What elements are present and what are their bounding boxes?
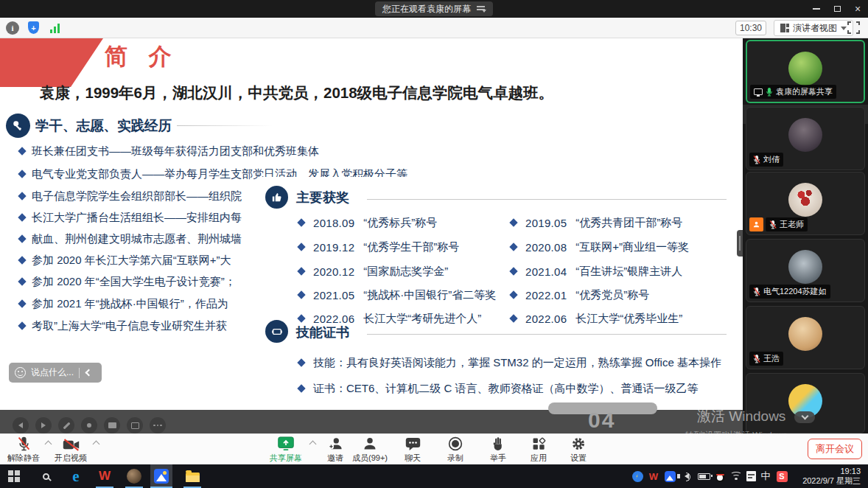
award-item: 2022.06长江大学“优秀毕业生” — [511, 311, 682, 326]
award-item: 2021.04“百生讲坛”银牌主讲人 — [511, 264, 682, 279]
watching-screen-pill[interactable]: 您正在观看袁康的屏幕 — [375, 1, 493, 16]
award-item: 2020.12“国家励志奖学金” — [298, 264, 448, 279]
meeting-timer: 10:30 — [735, 21, 766, 35]
participant-tile[interactable]: 刘倩 — [746, 107, 865, 170]
chat-button[interactable]: 聊天 — [391, 436, 435, 464]
settings-button[interactable]: 设置 — [556, 436, 601, 464]
chat-placeholder[interactable]: 说点什么... — [31, 366, 74, 379]
list-item: 献血、荆州创建文明城市志愿者、荆州城墙 — [19, 231, 242, 246]
mic-muted-icon — [1, 436, 46, 451]
record-icon — [433, 436, 477, 451]
list-item: 参加 2020 年“全国大学生电子设计竞赛”； — [19, 274, 236, 289]
apps-button[interactable]: 应用 — [517, 436, 561, 464]
scroll-more-button[interactable] — [794, 411, 815, 423]
avatar — [788, 183, 822, 217]
meeting-toolbar: 解除静音 开启视频 共享屏幕 邀请 成员(99+) 聊天 — [0, 433, 868, 464]
tray-notes-icon[interactable] — [743, 464, 759, 488]
avatar — [788, 317, 822, 351]
tray-meeting-icon[interactable] — [662, 464, 678, 488]
unmute-button[interactable]: 解除静音 — [1, 436, 46, 464]
thumbs-up-icon — [265, 186, 288, 209]
mic-muted-icon — [753, 155, 760, 164]
awards-panel: 主要获奖 2018.09“优秀标兵”称号 2019.12“优秀学生干部”称号 2… — [258, 177, 743, 410]
minimize-button[interactable] — [806, 0, 827, 18]
awards-heading: 主要获奖 — [296, 189, 349, 206]
award-item: 2019.12“优秀学生干部”称号 — [298, 240, 459, 254]
view-mode-label: 演讲者视图 — [793, 22, 837, 35]
tray-battery-icon[interactable] — [696, 464, 712, 488]
award-item: 2019.05“优秀共青团干部”称号 — [511, 215, 682, 230]
divider — [177, 125, 273, 126]
close-button[interactable]: × — [847, 0, 868, 18]
list-item: 长江大学广播台生活组组长——安排组内每 — [19, 210, 242, 225]
tray-wps-icon[interactable]: W — [645, 464, 662, 488]
ime-indicator[interactable]: 中 — [757, 464, 774, 488]
pen-tool-button[interactable] — [58, 417, 74, 433]
tray-flash-icon[interactable] — [629, 464, 645, 488]
prev-slide-button[interactable] — [13, 417, 29, 433]
members-button[interactable]: 成员(99+) — [348, 436, 392, 464]
slide-title: 简 介 — [105, 41, 179, 72]
share-screen-button[interactable]: 共享屏幕 — [264, 436, 308, 464]
view-mode-button[interactable]: 演讲者视图 — [774, 20, 853, 36]
participant-tile[interactable]: 电气12204苏建如 — [746, 239, 865, 302]
meeting-info-icon[interactable]: i — [6, 21, 19, 35]
clock-date: 2022/9/7 星期三 — [802, 476, 861, 486]
sogou-input-icon[interactable]: S — [774, 464, 790, 488]
list-item: 电子信息学院学生会组织部部长——组织院 — [19, 189, 242, 203]
quick-chat-pill[interactable]: 说点什么... — [9, 363, 102, 383]
taskbar-search-icon[interactable] — [35, 464, 57, 488]
participant-tile[interactable]: 王浩 — [746, 306, 865, 369]
avatar — [788, 118, 822, 152]
skills-heading: 技能证书 — [296, 324, 349, 341]
edge-browser-icon[interactable]: e — [65, 464, 87, 488]
list-item: 参加 2020 年长江大学第六届“互联网+”大 — [19, 253, 231, 268]
maximize-button[interactable] — [827, 0, 847, 18]
list-item: 考取”上海大学“电子信息专业研究生并获 — [19, 318, 227, 333]
meeting-app-icon[interactable] — [150, 464, 172, 488]
participant-tile-sharing[interactable]: 袁康的屏幕共享 — [746, 40, 865, 103]
taskbar-clock[interactable]: 19:13 2022/9/7 星期三 — [802, 467, 861, 486]
next-slide-button[interactable] — [35, 417, 52, 433]
tray-wifi-icon[interactable] — [728, 464, 744, 488]
record-button[interactable]: 录制 — [433, 436, 477, 464]
start-video-button[interactable]: 开启视频 — [49, 436, 93, 464]
more-tools-button[interactable] — [150, 417, 166, 433]
collapse-left-icon[interactable] — [85, 369, 93, 377]
video-options-chevron[interactable] — [93, 441, 100, 448]
chat-bubble-icon — [391, 436, 435, 451]
pill-menu-icon — [477, 5, 486, 13]
raise-hand-button[interactable]: 举手 — [476, 436, 520, 464]
mic-muted-icon — [769, 220, 777, 229]
divider — [367, 199, 727, 200]
mic-on-icon — [766, 87, 773, 97]
tray-volume-icon[interactable] — [679, 464, 695, 488]
tray-qq-icon[interactable] — [712, 464, 728, 488]
camera-tool-button[interactable] — [104, 417, 120, 433]
leave-meeting-button[interactable]: 离开会议 — [808, 439, 862, 459]
network-signal-icon[interactable] — [50, 24, 62, 33]
start-button[interactable] — [3, 464, 25, 488]
file-explorer-icon[interactable] — [181, 464, 203, 488]
award-item: 2018.09“优秀标兵”称号 — [298, 215, 437, 230]
key-icon — [6, 114, 30, 138]
emoji-icon[interactable] — [15, 367, 26, 378]
slide-headline: 袁康，1999年6月，湖北汉川，中共党员，2018级电子信息学院电气卓越班。 — [40, 83, 553, 103]
fullscreen-button[interactable] — [847, 21, 860, 34]
wps-office-icon[interactable]: W — [94, 464, 116, 488]
layout-icon — [780, 24, 789, 32]
certificate-icon — [265, 320, 288, 343]
hand-icon — [476, 436, 520, 451]
security-shield-icon[interactable]: + — [28, 21, 39, 34]
laser-pointer-button[interactable] — [81, 417, 97, 433]
avatar — [788, 52, 822, 86]
screen-share-icon — [754, 88, 763, 95]
participant-tile-host[interactable]: 王老师 — [746, 172, 865, 235]
clock-time: 19:13 — [802, 467, 861, 476]
participant-tile[interactable] — [746, 373, 865, 433]
sidebar-collapse-handle[interactable] — [737, 230, 743, 257]
slide-page-number: 04 — [588, 408, 615, 433]
slides-panel-button[interactable] — [127, 417, 143, 433]
share-screen-icon — [264, 436, 308, 451]
app-avatar-icon[interactable] — [123, 464, 145, 488]
